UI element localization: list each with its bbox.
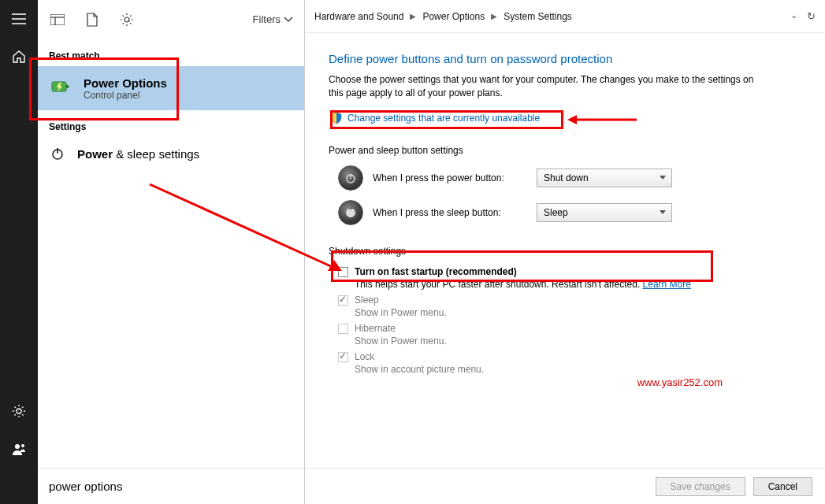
search-result-power-sleep-settings[interactable]: Power & sleep settings: [38, 137, 304, 170]
sleep-checkbox: [338, 295, 348, 306]
refresh-icon[interactable]: ↻: [807, 10, 816, 22]
power-button-select[interactable]: Shut down: [537, 169, 672, 187]
dropdown-icon[interactable]: ⌄: [790, 10, 797, 22]
lock-chk-help: Show in account picture menu.: [355, 364, 817, 375]
sleep-chk-help: Show in Power menu.: [355, 307, 817, 318]
search-panel: Filters Best match Power Options Control…: [38, 0, 305, 504]
search-input[interactable]: [49, 480, 293, 493]
svg-rect-8: [66, 85, 69, 88]
chevron-right-icon: ▶: [410, 12, 416, 20]
search-result-power-options[interactable]: Power Options Control panel: [38, 66, 304, 110]
result-subtitle: Control panel: [84, 90, 167, 101]
cancel-button[interactable]: Cancel: [753, 477, 812, 496]
power-button-icon: [338, 165, 363, 191]
hibernate-checkbox: [338, 324, 348, 334]
settings-section-label: Settings: [38, 110, 304, 137]
sleep-button-icon: [338, 200, 363, 225]
power-button-label: When I press the power button:: [373, 172, 527, 183]
user-icon[interactable]: [0, 430, 38, 468]
chevron-right-icon: ▶: [491, 12, 497, 20]
best-match-label: Best match: [38, 39, 304, 66]
watermark: www.yasir252.com: [637, 376, 723, 388]
power-button-row: When I press the power button: Shut down: [338, 165, 817, 191]
power-sleep-label: Power & sleep settings: [77, 147, 199, 161]
cortana-rail: [0, 0, 38, 504]
document-icon[interactable]: [84, 11, 101, 28]
fast-startup-help: This helps start your PC faster after sh…: [355, 279, 817, 290]
power-options-icon: [49, 76, 74, 101]
menu-icon[interactable]: [0, 0, 38, 38]
search-top-bar: Filters: [38, 0, 304, 39]
control-panel-pane: Hardware and Sound ▶ Power Options ▶ Sys…: [305, 0, 825, 504]
result-title: Power Options: [84, 76, 167, 90]
power-icon: [50, 146, 65, 161]
sleep-button-select[interactable]: Sleep: [537, 203, 672, 222]
save-button: Save changes: [656, 477, 745, 496]
sleep-button-row: When I press the sleep button: Sleep: [338, 200, 817, 225]
crumb-power-options[interactable]: Power Options: [422, 11, 485, 22]
svg-point-2: [21, 444, 24, 447]
crumb-hardware[interactable]: Hardware and Sound: [314, 11, 403, 22]
learn-more-link[interactable]: Learn More: [643, 279, 691, 290]
shutdown-section-label: Shutdown settings: [329, 246, 817, 257]
fast-startup-checkbox[interactable]: [338, 267, 348, 277]
sleep-button-label: When I press the sleep button:: [373, 207, 527, 218]
svg-point-0: [17, 409, 21, 413]
lock-checkbox: [338, 352, 348, 362]
search-bar[interactable]: [38, 468, 304, 504]
breadcrumb-bar: Hardware and Sound ▶ Power Options ▶ Sys…: [305, 0, 825, 33]
hibernate-chk-label: Hibernate: [355, 323, 396, 334]
page-title: Define power buttons and turn on passwor…: [329, 52, 817, 65]
filters-dropdown[interactable]: Filters: [253, 13, 293, 25]
svg-point-1: [15, 444, 20, 449]
svg-point-6: [124, 17, 129, 22]
settings-icon[interactable]: [0, 392, 38, 430]
fast-startup-label: Turn on fast startup (recommended): [355, 266, 517, 277]
home-icon[interactable]: [0, 38, 38, 76]
change-settings-link-row[interactable]: Change settings that are currently unava…: [329, 112, 544, 124]
shield-icon: [330, 112, 343, 124]
apps-icon[interactable]: [49, 11, 66, 28]
svg-rect-3: [50, 14, 65, 25]
gear-icon[interactable]: [118, 11, 136, 28]
change-settings-link[interactable]: Change settings that are currently unava…: [347, 113, 540, 124]
power-sleep-section-label: Power and sleep button settings: [329, 145, 817, 156]
hibernate-chk-help: Show in Power menu.: [355, 335, 817, 346]
footer-bar: Save changes Cancel: [305, 468, 825, 504]
sleep-chk-label: Sleep: [355, 295, 379, 306]
page-description: Choose the power settings that you want …: [329, 73, 770, 101]
lock-chk-label: Lock: [355, 351, 374, 362]
crumb-system-settings[interactable]: System Settings: [504, 11, 572, 22]
